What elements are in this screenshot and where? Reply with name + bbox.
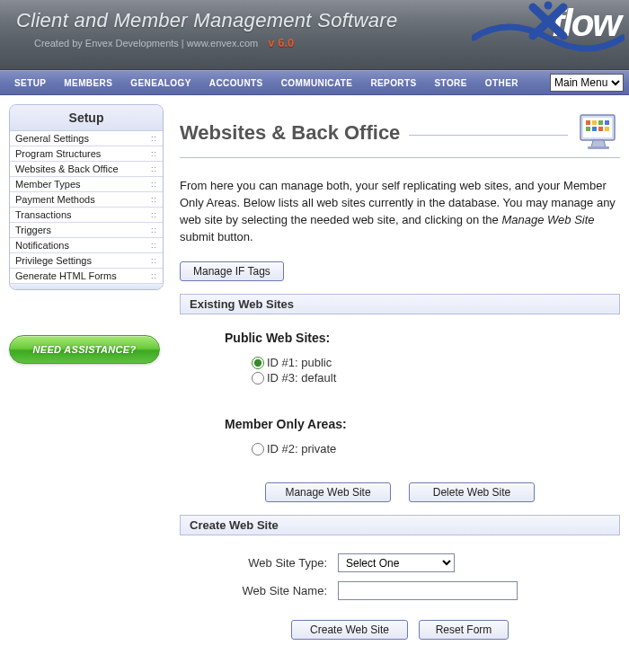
sidebar-item-label: Payment Methods [15, 194, 95, 205]
sidebar-item-label: Transactions [15, 209, 72, 220]
menu-dots-icon: :: [151, 241, 157, 250]
version-label: v 6.0 [268, 36, 294, 49]
intro-text: From here you can manage both, your self… [180, 178, 620, 245]
svg-rect-6 [592, 120, 597, 125]
nav-communicate[interactable]: COMMUNICATE [272, 78, 362, 88]
website-type-select[interactable]: Select One [338, 553, 455, 572]
site-radio-label: ID #1: public [267, 356, 332, 369]
nav-accounts[interactable]: ACCOUNTS [200, 78, 272, 88]
svg-rect-13 [588, 146, 609, 149]
delete-website-button[interactable]: Delete Web Site [409, 482, 535, 502]
svg-rect-7 [598, 120, 603, 125]
sidebar-item-label: Triggers [15, 225, 51, 235]
nav-genealogy[interactable]: GENEALOGY [121, 78, 200, 88]
setup-title: Setup [10, 105, 163, 131]
sidebar-item-label: Program Structures [15, 148, 101, 159]
sidebar-item-label: Generate HTML Forms [15, 270, 117, 281]
section-create-website: Create Web Site [180, 515, 620, 535]
page-title: Websites & Back Office [180, 121, 400, 145]
site-radio-2[interactable] [252, 443, 264, 455]
sidebar-item-triggers[interactable]: Triggers:: [10, 223, 163, 238]
svg-rect-9 [586, 127, 590, 131]
sidebar-item-notifications[interactable]: Notifications:: [10, 238, 163, 253]
sidebar-item-program-structures[interactable]: Program Structures:: [10, 146, 163, 162]
sidebar-item-general-settings[interactable]: General Settings:: [10, 131, 163, 146]
menu-dots-icon: :: [151, 225, 157, 234]
menu-dots-icon: :: [151, 195, 157, 204]
logo: x flow [533, 2, 620, 45]
menu-dots-icon: :: [151, 271, 157, 280]
sidebar-item-payment-methods[interactable]: Payment Methods:: [10, 192, 163, 208]
svg-point-2 [544, 2, 552, 10]
section-existing-websites: Existing Web Sites [180, 294, 620, 314]
website-type-label: Web Site Type: [212, 556, 338, 570]
svg-rect-5 [586, 120, 590, 125]
site-option-row: ID #2: private [252, 442, 620, 455]
monitor-icon [577, 111, 620, 154]
sidebar: Setup General Settings:: Program Structu… [9, 104, 164, 364]
nav-reports[interactable]: REPORTS [361, 78, 425, 88]
site-radio-label: ID #2: private [267, 442, 336, 455]
nav-store[interactable]: STORE [426, 78, 476, 88]
create-website-button[interactable]: Create Web Site [291, 620, 408, 640]
nav-setup[interactable]: SETUP [5, 78, 55, 88]
site-option-row: ID #3: default [252, 371, 620, 385]
svg-rect-12 [605, 127, 609, 131]
nav-members[interactable]: MEMBERS [55, 78, 121, 88]
main-navbar: SETUP MEMBERS GENEALOGY ACCOUNTS COMMUNI… [0, 70, 629, 95]
svg-rect-11 [598, 127, 603, 131]
site-radio-label: ID #3: default [267, 371, 336, 385]
manage-if-tags-button[interactable]: Manage IF Tags [180, 261, 284, 281]
logo-x-icon: x [533, 2, 552, 45]
app-header: Client and Member Management Software Cr… [0, 0, 629, 70]
sidebar-item-label: Notifications [15, 240, 69, 251]
site-option-row: ID #1: public [252, 356, 620, 369]
sidebar-item-label: Privilege Settings [15, 255, 92, 266]
reset-form-button[interactable]: Reset Form [419, 620, 509, 640]
sidebar-item-member-types[interactable]: Member Types:: [10, 177, 163, 192]
sidebar-item-label: Websites & Back Office [15, 164, 119, 174]
svg-rect-10 [592, 127, 597, 131]
subtitle-text: Created by Envex Developments | www.enve… [34, 38, 258, 49]
site-radio-3[interactable] [252, 372, 264, 385]
menu-dots-icon: :: [151, 134, 157, 143]
menu-dots-icon: :: [151, 210, 157, 219]
site-radio-1[interactable] [252, 357, 264, 369]
member-areas-heading: Member Only Areas: [225, 417, 620, 431]
sidebar-item-label: Member Types [15, 179, 81, 190]
main-menu-select[interactable]: Main Menu [550, 74, 624, 92]
sidebar-item-label: General Settings [15, 133, 89, 144]
public-sites-heading: Public Web Sites: [225, 331, 620, 345]
title-divider [409, 135, 568, 136]
website-name-label: Web Site Name: [212, 584, 338, 597]
sidebar-item-generate-html-forms[interactable]: Generate HTML Forms:: [10, 269, 163, 284]
assist-label: NEED ASSISTANCE? [33, 344, 137, 355]
website-name-input[interactable] [338, 581, 518, 600]
sidebar-item-websites-backoffice[interactable]: Websites & Back Office:: [10, 162, 163, 177]
svg-rect-8 [605, 120, 609, 125]
manage-website-button[interactable]: Manage Web Site [265, 482, 391, 502]
menu-dots-icon: :: [151, 164, 157, 173]
nav-other[interactable]: OTHER [476, 78, 527, 88]
menu-dots-icon: :: [151, 180, 157, 189]
menu-dots-icon: :: [151, 256, 157, 265]
main-content: Websites & Back Office From here you can… [180, 104, 620, 649]
sidebar-item-privilege-settings[interactable]: Privilege Settings:: [10, 253, 163, 269]
setup-box: Setup General Settings:: Program Structu… [9, 104, 164, 290]
need-assistance-button[interactable]: NEED ASSISTANCE? [9, 335, 160, 364]
sidebar-item-transactions[interactable]: Transactions:: [10, 208, 163, 223]
menu-dots-icon: :: [151, 149, 157, 158]
